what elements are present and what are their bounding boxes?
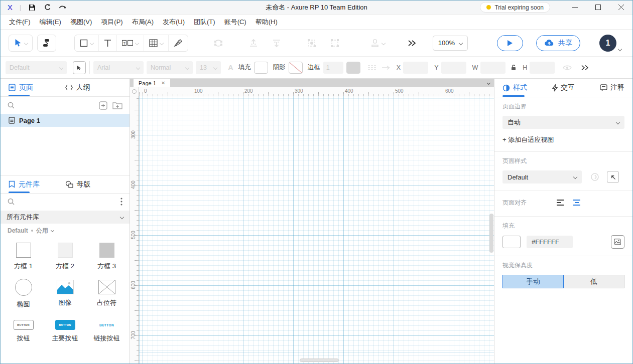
menu-file[interactable]: 文件(F) <box>5 18 35 27</box>
ruler-origin-button[interactable] <box>130 87 139 96</box>
h-label: H <box>523 64 527 71</box>
preview-button[interactable] <box>497 35 523 51</box>
page-style-select[interactable]: Default <box>502 170 582 184</box>
widget-box3[interactable]: 方框 3 <box>86 239 128 276</box>
axure-window: X | 未命名 - Axure RP 10 Team Edition Trial… <box>0 0 633 364</box>
table-tool-button[interactable] <box>144 35 169 51</box>
close-tab-icon[interactable]: ✕ <box>161 80 165 86</box>
search-icon[interactable] <box>8 102 15 109</box>
share-button[interactable]: 共享 <box>536 35 580 51</box>
add-adaptive-view-link[interactable]: + 添加自适应视图 <box>502 135 624 144</box>
trial-badge[interactable]: Trial expiring soon <box>480 2 550 13</box>
label-tool-button[interactable]: T <box>117 35 144 51</box>
minimize-button[interactable] <box>563 1 586 14</box>
zoom-level-select[interactable]: 100% <box>433 36 468 51</box>
tab-list-button[interactable] <box>487 79 494 87</box>
search-icon[interactable] <box>8 198 15 205</box>
menu-team[interactable]: 团队(T) <box>189 18 220 27</box>
horizontal-ruler: 0 100 200 300 400 500 600 <box>139 87 494 96</box>
tab-pages[interactable]: 页面 <box>9 79 61 96</box>
vertical-scrollbar[interactable] <box>489 214 493 253</box>
menu-publish[interactable]: 发布(U) <box>158 18 189 27</box>
page-dimensions-select[interactable]: 自动 <box>502 116 624 129</box>
chevron-down-icon <box>185 65 189 69</box>
menu-arrange[interactable]: 布局(A) <box>128 18 158 27</box>
trial-dot-icon <box>486 5 491 10</box>
canvas-tab-page1[interactable]: Page 1 ✕ <box>134 79 170 87</box>
toolbar-overflow-button[interactable] <box>407 40 416 47</box>
y-input <box>441 62 466 74</box>
add-page-button[interactable] <box>99 101 107 110</box>
kebab-menu-icon[interactable] <box>120 198 122 206</box>
connector-tool-button[interactable] <box>37 35 56 52</box>
bring-to-front-icon <box>248 38 259 48</box>
widget-box2[interactable]: 方框 2 <box>44 239 86 276</box>
lock-ratio-icon[interactable] <box>511 64 517 71</box>
edit-page-style-button[interactable] <box>607 171 619 183</box>
fidelity-manual-option[interactable]: 手动 <box>502 275 564 288</box>
select-tool-button[interactable] <box>9 35 33 52</box>
y-label: Y <box>434 64 438 71</box>
account-menu[interactable]: 1 <box>599 35 621 52</box>
stylebar-overflow-button[interactable] <box>581 65 589 71</box>
transform-points-icon <box>213 38 223 48</box>
style-painter-button[interactable] <box>73 61 86 74</box>
axure-logo-icon: X <box>8 3 13 12</box>
fill-color-swatch[interactable] <box>254 62 268 74</box>
tab-style[interactable]: 样式 <box>502 79 527 97</box>
chevron-down-icon <box>24 41 28 45</box>
pen-tool-button[interactable] <box>169 35 188 51</box>
tab-masters[interactable]: 母版 <box>65 175 118 193</box>
menu-view[interactable]: 视图(V) <box>66 18 96 27</box>
libraries-section: 元件库 母版 所有元件库 Default <box>1 175 130 363</box>
fidelity-section: 视觉保真度 手动 低 <box>494 256 632 295</box>
undo-icon[interactable] <box>43 4 51 12</box>
widget-h2[interactable]: H2 <box>44 350 86 363</box>
w-input <box>480 62 505 74</box>
widget-box1[interactable]: 方框 1 <box>3 239 44 276</box>
maximize-button[interactable] <box>586 1 609 14</box>
add-folder-button[interactable] <box>112 101 122 109</box>
library-group-header[interactable]: Default 公用 <box>1 224 130 238</box>
tab-notes[interactable]: 注释 <box>600 79 624 97</box>
save-icon[interactable] <box>28 4 36 12</box>
fill-hex-input[interactable]: #FFFFFF <box>527 236 573 248</box>
widget-ellipse[interactable]: 椭圆 <box>3 276 44 313</box>
widget-image[interactable]: 图像 <box>44 276 86 313</box>
play-icon <box>507 40 513 47</box>
menu-edit[interactable]: 编辑(E) <box>35 18 66 27</box>
align-center-icon[interactable] <box>572 199 581 206</box>
menu-project[interactable]: 项目(P) <box>96 18 127 27</box>
widget-h1[interactable]: H1 <box>3 350 44 363</box>
tab-interactions[interactable]: 交互 <box>552 79 575 97</box>
rectangle-tool-button[interactable] <box>75 35 99 51</box>
fidelity-low-option[interactable]: 低 <box>564 275 624 288</box>
image-icon <box>57 280 74 294</box>
page-tree-item[interactable]: Page 1 <box>1 114 130 127</box>
chevron-down-icon <box>616 120 620 124</box>
avatar[interactable]: 1 <box>599 35 616 52</box>
shadow-swatch[interactable] <box>289 62 303 74</box>
align-left-icon[interactable] <box>556 199 565 206</box>
widget-button[interactable]: BUTTON 按钮 <box>3 313 44 350</box>
tab-outline[interactable]: 大纲 <box>65 79 118 96</box>
image-fill-button[interactable] <box>611 235 624 249</box>
page-fill-swatch[interactable] <box>502 236 521 248</box>
menu-help[interactable]: 帮助(H) <box>251 18 282 27</box>
library-filter-select[interactable]: 所有元件库 <box>1 211 130 224</box>
widget-primary-button[interactable]: BUTTON 主要按钮 <box>44 313 86 350</box>
widget-h3[interactable]: H3 <box>86 350 128 363</box>
canvas-tab-label: Page 1 <box>139 80 156 86</box>
tab-libraries[interactable]: 元件库 <box>9 175 61 193</box>
horizontal-scrollbar[interactable] <box>300 358 339 362</box>
widget-placeholder[interactable]: 占位符 <box>86 276 128 313</box>
widget-link-button[interactable]: BUTTON 链接按钮 <box>86 313 128 350</box>
close-button[interactable] <box>609 1 632 14</box>
text-tool-button[interactable] <box>99 35 117 51</box>
redo-icon[interactable] <box>58 4 66 12</box>
origin-icon <box>132 89 137 94</box>
menu-account[interactable]: 账号(C) <box>220 18 251 27</box>
pages-section: 页面 大纲 Page 1 <box>1 79 130 175</box>
design-canvas[interactable] <box>139 96 494 363</box>
font-weight-select: Normal <box>147 61 193 74</box>
